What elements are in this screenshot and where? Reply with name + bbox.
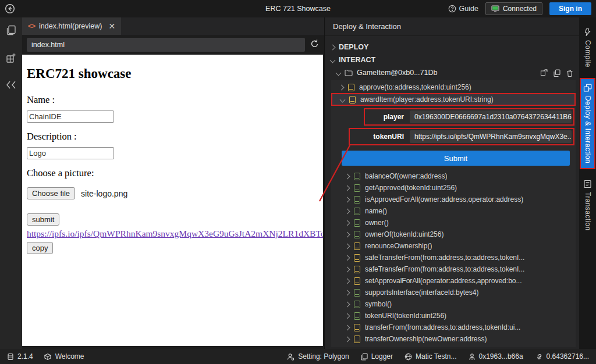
plugins-icon[interactable] (5, 52, 17, 64)
chevron-down-icon (330, 57, 336, 63)
submit-button[interactable]: submit (27, 213, 59, 226)
welcome-icon (44, 353, 52, 361)
function-row[interactable]: tokenURI(tokenId:uint256) (331, 310, 576, 322)
sign-in-button[interactable]: Sign in (549, 2, 591, 15)
interact-section-header[interactable]: INTERACT (325, 53, 579, 66)
tab-transaction[interactable]: Transaction (580, 175, 595, 235)
database-icon (7, 353, 14, 361)
ipfs-link[interactable]: https://ipfs.io/ipfs/QmWPRhnKam9snvxgMqw… (27, 229, 318, 239)
chevron-right-icon (345, 290, 350, 295)
chevron-right-icon (345, 173, 350, 179)
copy-button[interactable]: copy (27, 242, 53, 254)
guide-button[interactable]: Guide (448, 5, 478, 13)
player-param-input[interactable]: 0x196300DE0666697a1d2310a0764372634411B6… (410, 110, 572, 123)
function-icon (354, 173, 360, 180)
function-icon (354, 266, 360, 273)
function-icon (354, 196, 360, 204)
collapse-icon[interactable] (5, 80, 17, 90)
fn-approve[interactable]: approve(to:address,tokenId:uint256) (331, 81, 576, 93)
deploy-section-header[interactable]: DEPLOY (325, 41, 579, 53)
refresh-icon[interactable] (310, 39, 320, 51)
function-row[interactable]: isApprovedForAll(owner:address,operator:… (331, 194, 576, 205)
open-external-icon[interactable] (540, 69, 548, 76)
wallet-address[interactable]: 0x1963...b66a (469, 352, 523, 361)
function-row[interactable]: setApprovalForAll(operator:address,appro… (331, 275, 576, 287)
chevron-right-icon (345, 301, 350, 307)
function-row[interactable]: name() (331, 205, 576, 217)
url-input[interactable] (27, 38, 305, 52)
tab-compile[interactable]: Compile (580, 23, 595, 72)
globe-icon (405, 353, 412, 361)
tab-index-html-preview[interactable]: <> index.html(preview) ✕ (22, 17, 121, 35)
function-row[interactable]: transferFrom(from:address,to:address,tok… (331, 322, 576, 333)
chevron-right-icon (345, 208, 350, 214)
function-row[interactable]: renounceOwnership() (331, 240, 576, 252)
function-row[interactable]: supportsInterface(interfaceId:bytes4) (331, 287, 576, 298)
function-row[interactable]: safeTransferFrom(from:address,to:address… (331, 252, 576, 263)
chevron-right-icon (345, 243, 350, 249)
chevron-right-icon (345, 313, 350, 319)
activity-bar (0, 17, 22, 349)
close-tab-icon[interactable]: ✕ (108, 22, 115, 31)
function-list: approve(to:address,tokenId:uint256) awar… (331, 80, 576, 347)
function-row[interactable]: symbol() (331, 298, 576, 310)
contract-name: GameItem@0xb0...71Db (357, 69, 437, 77)
chevron-right-icon (330, 44, 336, 50)
chevron-down-icon (336, 70, 342, 76)
code-icon: <> (28, 22, 35, 30)
tab-deploy-interaction[interactable]: Deploy & Interaction (580, 78, 595, 169)
copy-icon[interactable] (554, 69, 560, 77)
function-icon (354, 242, 360, 250)
name-label: Name : (27, 94, 318, 106)
network-indicator[interactable]: Matic Testn... (405, 352, 456, 361)
function-row[interactable]: safeTransferFrom(from:address,to:address… (331, 263, 576, 275)
monitor-icon (491, 5, 499, 12)
fn-awarditem[interactable]: awardItem(player:address,tokenURI:string… (331, 93, 576, 106)
status-bar: 2.1.4 Welcome Setting: Polygon Logger (0, 349, 596, 364)
picture-label: Choose a picture: (27, 167, 318, 179)
contract-row[interactable]: GameItem@0xb0...71Db (325, 66, 579, 79)
function-icon (354, 277, 360, 285)
setting-network[interactable]: Setting: Polygon (287, 352, 349, 361)
tokenuri-param-label: tokenURI (352, 133, 404, 141)
account-pin-icon (469, 353, 476, 361)
write-function-icon (348, 84, 354, 91)
chevron-right-icon (345, 324, 350, 330)
choose-file-button[interactable]: Choose file (27, 187, 75, 199)
function-icon (354, 289, 360, 297)
chainide-app: ERC 721 Showcase Guide Connected Sign in (0, 0, 596, 364)
function-row[interactable]: getApproved(tokenId:uint256) (331, 182, 576, 194)
question-icon (448, 5, 456, 13)
function-row[interactable]: owner() (331, 217, 576, 229)
function-row[interactable]: ownerOf(tokenId:uint256) (331, 229, 576, 240)
tokenuri-param-input[interactable]: https://ipfs.io/ipfs/QmWPRhnKam9snvxgMqw… (410, 130, 572, 143)
submit-transaction-button[interactable]: Submit (342, 151, 570, 166)
version-indicator: 2.1.4 (7, 352, 33, 361)
tokenuri-param-row: tokenURI https://ipfs.io/ipfs/QmWPRhnKam… (349, 128, 574, 145)
welcome-button[interactable]: Welcome (44, 352, 84, 361)
trash-icon[interactable] (566, 69, 573, 77)
preview-url-bar (22, 35, 324, 55)
editor-column: <> index.html(preview) ✕ ERC721 showcase… (22, 17, 324, 349)
description-input[interactable] (27, 147, 114, 159)
logger-icon (361, 353, 368, 361)
chevron-down-icon (340, 97, 346, 102)
function-row[interactable]: balanceOf(owner:address) (331, 170, 576, 182)
name-input[interactable] (27, 110, 114, 123)
player-param-label: player (367, 113, 404, 121)
chevron-right-icon (345, 231, 350, 237)
function-icon (354, 324, 360, 331)
chosen-file-name: site-logo.png (81, 189, 127, 198)
connected-button[interactable]: Connected (485, 2, 542, 15)
balance-indicator[interactable]: 0.64362716... (535, 352, 589, 361)
tab-bar: <> index.html(preview) ✕ (22, 17, 324, 35)
function-row[interactable]: transferOwnership(newOwner:address) (331, 333, 576, 345)
html-preview-pane: ERC721 showcase Name : Description : Cho… (22, 55, 323, 346)
link-icon (535, 353, 543, 360)
function-rows: balanceOf(owner:address) getApproved(tok… (331, 170, 576, 345)
files-icon[interactable] (5, 24, 17, 36)
person-gear-icon (287, 353, 295, 361)
chevron-right-icon (345, 197, 350, 202)
logger-button[interactable]: Logger (361, 352, 393, 361)
chevron-right-icon (345, 255, 350, 260)
